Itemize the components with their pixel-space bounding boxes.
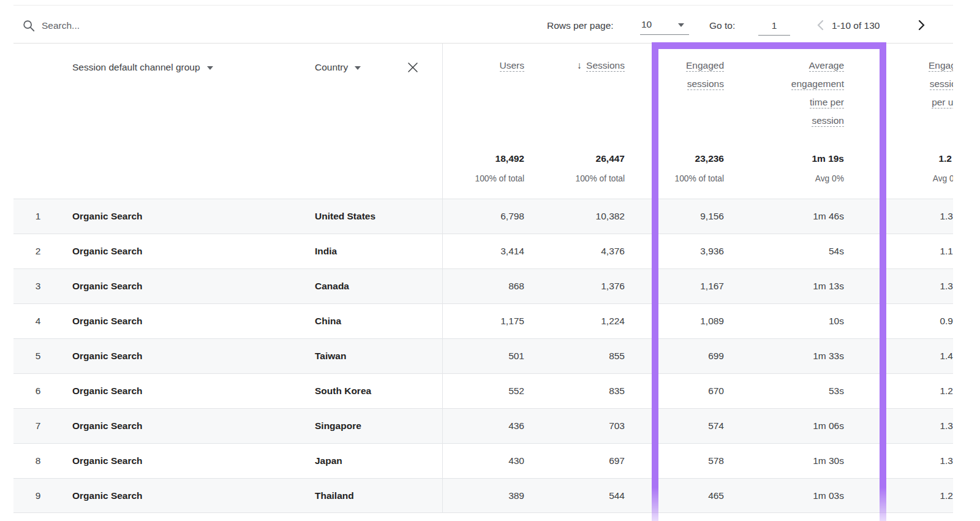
engaged-per-user-cell: 1.3 — [940, 199, 953, 234]
avg-engagement-header-line[interactable]: Average — [809, 60, 844, 72]
channel-cell: Organic Search — [72, 374, 143, 408]
table-row: 6Organic SearchSouth Korea55283567053s1.… — [13, 373, 953, 408]
engaged-sessions-cell: 1,167 — [700, 269, 724, 303]
engaged-per-user-cell: 1.3 — [940, 444, 953, 478]
users-cell: 1,175 — [500, 304, 524, 338]
avg-engagement-header-line[interactable]: time per — [810, 97, 844, 108]
avg-engagement-header-line[interactable]: engagement — [791, 78, 844, 90]
channel-cell: Organic Search — [72, 409, 143, 443]
users-cell: 430 — [508, 444, 524, 478]
row-index: 4 — [29, 304, 47, 338]
avg-engagement-time-cell: 54s — [829, 234, 844, 268]
channel-group-header-dropdown[interactable]: Session default channel group — [72, 61, 213, 74]
table-row: 2Organic SearchIndia3,4144,3763,93654s1.… — [13, 234, 953, 268]
pagination-range: 1-10 of 130 — [832, 20, 880, 31]
row-index: 9 — [29, 479, 47, 513]
go-to-label: Go to: — [709, 20, 735, 31]
users-cell: 389 — [508, 479, 524, 513]
sessions-column-header[interactable]: ↓Sessions — [577, 56, 625, 75]
engaged-per-user-header-line[interactable]: sessions — [930, 78, 953, 90]
dropdown-caret-icon — [207, 66, 213, 70]
avg-engagement-time-cell: 1m 06s — [813, 409, 844, 443]
engaged-sessions-cell: 578 — [708, 444, 724, 478]
engaged-sessions-cell: 699 — [708, 339, 724, 373]
rows-per-page-select[interactable]: 10 — [640, 17, 689, 35]
table-row: 8Organic SearchJapan4306975781m 30s1.3 — [13, 443, 953, 478]
engaged-per-user-cell: 1.3 — [940, 269, 953, 303]
engaged-sessions-cell: 3,936 — [700, 234, 724, 268]
table-row: 3Organic SearchCanada8681,3761,1671m 13s… — [13, 268, 953, 303]
avg-engagement-time-cell: 1m 46s — [813, 199, 844, 234]
users-cell: 6,798 — [500, 199, 524, 234]
engaged-per-user-total-sub: Avg 0% — [933, 172, 953, 186]
row-index: 6 — [29, 374, 47, 408]
remove-dimension-icon[interactable] — [406, 61, 420, 74]
table-body: 1Organic SearchUnited States6,79810,3829… — [13, 199, 953, 513]
engaged-sessions-column-header[interactable]: Engaged sessions — [686, 56, 724, 93]
avg-engagement-time-cell: 53s — [829, 374, 844, 408]
go-to-page-input[interactable] — [758, 17, 790, 36]
table-row: 4Organic SearchChina1,1751,2241,08910s0.… — [13, 303, 953, 338]
table-viewport: Rows per page: 10 Go to: 1-10 of 130 Ses… — [0, 0, 953, 521]
engaged-sessions-cell: 574 — [708, 409, 724, 443]
channel-cell: Organic Search — [72, 304, 143, 338]
users-total-sub: 100% of total — [475, 172, 524, 186]
country-header-dropdown[interactable]: Country — [315, 61, 361, 74]
next-page-chevron-icon[interactable] — [914, 18, 929, 32]
sessions-total-sub: 100% of total — [575, 172, 625, 186]
ga4-table-screen: Rows per page: 10 Go to: 1-10 of 130 Ses… — [0, 0, 980, 521]
avg-engagement-time-column-header[interactable]: Average engagement time per session — [791, 56, 844, 130]
engaged-sessions-cell: 670 — [708, 374, 724, 408]
sessions-cell: 855 — [609, 339, 625, 373]
avg-engagement-time-cell: 1m 30s — [813, 444, 844, 478]
engaged-sessions-cell: 9,156 — [700, 199, 724, 234]
channel-cell: Organic Search — [72, 339, 143, 373]
engaged-sessions-cell: 465 — [708, 479, 724, 513]
engaged-per-user-cell: 1.1 — [940, 234, 953, 268]
dropdown-caret-icon — [678, 23, 684, 27]
avg-engagement-time-total: 1m 19s — [812, 150, 844, 168]
country-cell: United States — [315, 199, 375, 234]
rows-per-page-value: 10 — [640, 19, 652, 29]
users-column-header[interactable]: Users — [500, 56, 524, 75]
avg-engagement-header-line[interactable]: session — [812, 115, 844, 127]
engaged-per-user-header-line[interactable]: per user — [932, 97, 953, 108]
channel-cell: Organic Search — [72, 269, 143, 303]
table-row: 5Organic SearchTaiwan5018556991m 33s1.4 — [13, 338, 953, 373]
engaged-sessions-header-line[interactable]: Engaged — [686, 60, 724, 72]
sort-descending-icon: ↓ — [577, 60, 582, 70]
row-index: 1 — [29, 199, 47, 234]
engaged-per-user-cell: 1.3 — [940, 409, 953, 443]
avg-engagement-time-cell: 1m 03s — [813, 479, 844, 513]
avg-engagement-time-cell: 1m 13s — [813, 269, 844, 303]
users-header-label[interactable]: Users — [500, 60, 524, 72]
engaged-sessions-header-line[interactable]: sessions — [687, 78, 724, 90]
sessions-cell: 10,382 — [596, 199, 625, 234]
engaged-per-user-cell: 1.2 — [940, 374, 953, 408]
country-cell: China — [315, 304, 341, 338]
users-total: 18,492 — [496, 150, 524, 168]
engaged-per-user-total: 1.2 — [938, 150, 952, 168]
users-cell: 436 — [508, 409, 524, 443]
users-cell: 501 — [508, 339, 524, 373]
sessions-cell: 4,376 — [601, 234, 625, 268]
country-header-label: Country — [315, 61, 348, 74]
row-index: 8 — [29, 444, 47, 478]
engaged-sessions-total: 23,236 — [695, 150, 724, 168]
search-input[interactable] — [40, 16, 300, 36]
sessions-cell: 1,224 — [601, 304, 625, 338]
rows-per-page-label: Rows per page: — [547, 20, 614, 31]
avg-engagement-time-total-sub: Avg 0% — [815, 172, 844, 186]
engaged-per-user-header-line[interactable]: Engaged — [929, 60, 953, 72]
users-cell: 552 — [508, 374, 524, 408]
engaged-sessions-per-user-column-header[interactable]: Engaged sessions per user — [929, 56, 953, 112]
table-row: 9Organic SearchThailand3895444651m 03s1.… — [13, 478, 953, 513]
previous-page-chevron-icon[interactable] — [813, 18, 828, 32]
users-cell: 3,414 — [500, 234, 524, 268]
table-row: 1Organic SearchUnited States6,79810,3829… — [13, 199, 953, 234]
sessions-cell: 835 — [609, 374, 625, 408]
country-cell: India — [315, 234, 337, 268]
engaged-sessions-cell: 1,089 — [700, 304, 724, 338]
row-index: 7 — [29, 409, 47, 443]
sessions-header-label[interactable]: Sessions — [586, 60, 625, 72]
